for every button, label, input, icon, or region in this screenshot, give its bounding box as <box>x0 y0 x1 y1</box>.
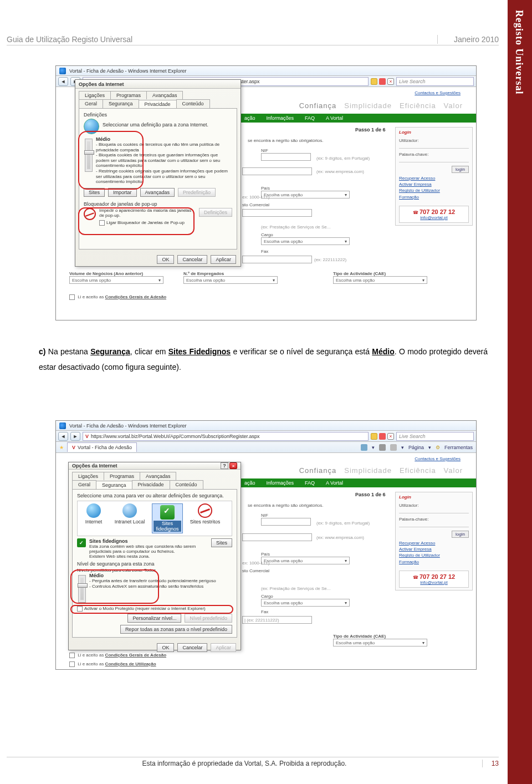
zone-restricted[interactable]: Sites restritos <box>190 503 221 533</box>
tab-seguranca[interactable]: Segurança <box>96 481 132 490</box>
globe-icon <box>84 119 99 134</box>
print-icon[interactable] <box>390 444 397 451</box>
nav-item[interactable]: A Vortal <box>326 115 343 121</box>
page-number: 13 <box>482 760 499 767</box>
nif-input[interactable] <box>261 518 311 526</box>
nav-item[interactable]: Informações <box>267 115 294 121</box>
empresa-input[interactable] <box>242 167 312 175</box>
stop-icon[interactable]: × <box>387 433 394 440</box>
btn-personalize[interactable]: Personalizar nível... <box>127 614 181 623</box>
sto-input[interactable] <box>242 209 312 217</box>
nif-input[interactable] <box>261 153 311 161</box>
stop-icon[interactable]: × <box>387 78 394 85</box>
protected-mode-checkbox[interactable] <box>77 606 83 612</box>
tab-privacidade[interactable]: Privacidade <box>132 480 170 489</box>
cargo-select[interactable]: Escolha uma opção <box>261 237 350 245</box>
login-button[interactable]: login <box>452 166 469 173</box>
username-field[interactable] <box>399 508 469 513</box>
search-box[interactable]: Live Search <box>396 432 474 441</box>
username-field[interactable] <box>399 143 469 149</box>
pais-select[interactable]: Escolha uma opção <box>261 191 350 198</box>
tools-menu[interactable]: Ferramentas <box>444 445 473 450</box>
contacts-link[interactable]: Contactos e Sugestões <box>415 90 461 95</box>
back-button[interactable]: ◄ <box>58 432 68 441</box>
volume-select[interactable]: Escolha uma opção <box>69 276 163 284</box>
pais-select[interactable]: Escolha uma opção <box>261 557 350 564</box>
tab-seguranca[interactable]: Segurança <box>103 99 139 108</box>
refresh-icon[interactable] <box>379 433 386 440</box>
feed-icon[interactable] <box>379 444 386 451</box>
tab-privacidade[interactable]: Privacidade <box>139 100 177 109</box>
search-box[interactable]: Live Search <box>396 77 474 86</box>
popup-checkbox[interactable] <box>99 220 105 226</box>
tab-avancadas[interactable]: Avançadas <box>140 472 176 480</box>
page-header: Guia de Utilização Registo Universal Jan… <box>7 32 499 45</box>
nav-item[interactable]: ação <box>244 480 255 486</box>
home-icon[interactable] <box>361 444 367 451</box>
password-field[interactable] <box>399 522 469 527</box>
link-register[interactable]: Registo de Utilizador <box>399 552 469 558</box>
mandatory-note: se encontra a negrito são obrigatórios. <box>248 138 324 143</box>
refresh-icon[interactable] <box>379 78 386 85</box>
sto-label: sto Comercial <box>242 202 269 207</box>
login-button[interactable]: login <box>452 531 469 538</box>
link-recover[interactable]: Recuperar Acesso <box>399 175 469 181</box>
emp-select[interactable]: Escolha uma opção <box>183 276 278 284</box>
tipo-select[interactable]: Escolha uma opção <box>333 639 427 646</box>
cond2-checkbox[interactable] <box>69 661 75 667</box>
page-menu[interactable]: Página <box>408 445 424 450</box>
zone-internet[interactable]: Internet <box>80 503 108 533</box>
tab-ligacoes[interactable]: Ligações <box>72 472 104 480</box>
nav-item[interactable]: FAQ <box>305 115 315 121</box>
nav-item[interactable]: A Vortal <box>326 480 343 486</box>
browser-tab[interactable]: VVortal - Ficha de Adesão <box>67 442 137 452</box>
contact-email[interactable]: info@vortal.pt <box>420 580 447 585</box>
tab-programas[interactable]: Programas <box>104 472 140 480</box>
close-icon[interactable]: × <box>229 462 237 469</box>
btn-cancel[interactable]: Cancelar <box>177 255 207 264</box>
tab-ligacoes[interactable]: Ligações <box>79 91 111 99</box>
password-field[interactable] <box>399 157 469 162</box>
btn-sites[interactable]: Sites <box>211 538 232 547</box>
btn-ok[interactable]: OK <box>157 643 174 652</box>
contact-email[interactable]: info@vortal.pt <box>420 215 447 220</box>
tab-geral[interactable]: Geral <box>79 99 103 108</box>
link-activate[interactable]: Activar Empresa <box>399 546 469 552</box>
cargo-select[interactable]: Escolha uma opção <box>261 599 350 607</box>
tipo-select[interactable]: Escolha uma opção <box>333 276 427 284</box>
forward-button[interactable]: ► <box>70 432 80 441</box>
cond1-checkbox[interactable] <box>69 294 75 300</box>
nav-item[interactable]: FAQ <box>305 480 315 486</box>
link-training[interactable]: Formação <box>399 194 469 200</box>
zone-trusted[interactable]: Sites fidedignos <box>152 503 183 533</box>
tab-conteudo[interactable]: Conteúdo <box>176 99 210 108</box>
link-register[interactable]: Registo de Utilizador <box>399 187 469 194</box>
volume-label: Volume de Negócios (Ano anterior) <box>69 271 163 276</box>
privacy-slider[interactable] <box>85 139 93 172</box>
back-button[interactable]: ◄ <box>58 77 68 86</box>
zone-intranet[interactable]: Intranet Local <box>114 503 145 533</box>
tipo-label: Tipo de Actividade (CAE) <box>333 634 427 639</box>
link-activate[interactable]: Activar Empresa <box>399 181 469 187</box>
btn-cancel[interactable]: Cancelar <box>177 643 207 652</box>
tab-geral[interactable]: Geral <box>72 480 96 489</box>
btn-apply[interactable]: Aplicar <box>211 255 236 264</box>
popup-desc: Impedir o aparecimento da maioria das ja… <box>99 208 196 218</box>
btn-importar[interactable]: Importar <box>108 188 137 197</box>
nav-item[interactable]: Informações <box>267 480 294 486</box>
btn-avancadas[interactable]: Avançadas <box>140 188 175 197</box>
btn-sites[interactable]: Sites <box>84 188 105 197</box>
btn-reset-all[interactable]: Repor todas as zonas para o nível predef… <box>120 625 232 634</box>
tab-avancadas[interactable]: Avançadas <box>146 91 183 99</box>
help-icon[interactable]: ? <box>221 462 228 469</box>
contacts-link[interactable]: Contactos e Sugestões <box>415 456 461 461</box>
url-field[interactable]: Vhttps://www.vortal.biz/Portal.WebUI/App… <box>83 432 369 441</box>
link-recover[interactable]: Recuperar Acesso <box>399 540 469 546</box>
security-slider[interactable] <box>78 575 86 603</box>
btn-ok[interactable]: OK <box>157 255 174 264</box>
link-training[interactable]: Formação <box>399 559 469 565</box>
tab-programas[interactable]: Programas <box>110 91 147 99</box>
nav-item[interactable]: ação <box>244 115 255 121</box>
empresa-input[interactable] <box>242 533 312 541</box>
tab-conteudo[interactable]: Conteúdo <box>170 480 203 489</box>
